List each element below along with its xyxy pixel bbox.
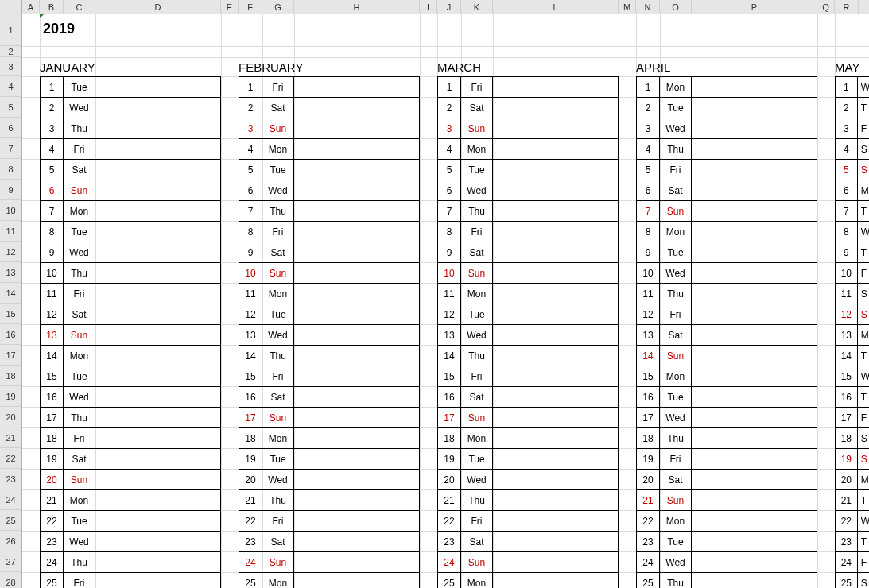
day-row[interactable]: 3Wed (636, 118, 817, 139)
day-note-cell[interactable] (493, 573, 619, 588)
day-note-cell[interactable] (692, 160, 817, 180)
day-number[interactable]: 11 (835, 284, 858, 304)
day-row[interactable]: 15W (835, 366, 869, 387)
day-number[interactable]: 4 (835, 139, 858, 159)
day-of-week[interactable]: T (858, 346, 869, 366)
day-of-week[interactable]: Thu (262, 346, 294, 366)
day-note-cell[interactable] (692, 573, 817, 588)
day-of-week[interactable]: Thu (461, 346, 493, 366)
day-note-cell[interactable] (294, 139, 420, 159)
day-row[interactable]: 16T (835, 387, 869, 408)
day-of-week[interactable]: Wed (461, 325, 493, 345)
day-of-week[interactable]: Thu (660, 284, 692, 304)
day-of-week[interactable]: Fri (64, 428, 95, 448)
day-number[interactable]: 8 (40, 222, 64, 242)
col-header-Q[interactable]: Q (817, 0, 835, 14)
day-of-week[interactable]: S (858, 304, 869, 324)
day-row[interactable]: 25Thu (636, 573, 817, 588)
day-of-week[interactable]: Mon (262, 284, 294, 304)
day-number[interactable]: 21 (636, 490, 660, 510)
day-row[interactable]: 10Sun (239, 263, 420, 284)
day-number[interactable]: 20 (239, 470, 262, 489)
day-note-cell[interactable] (493, 180, 619, 200)
day-number[interactable]: 8 (437, 222, 461, 242)
day-note-cell[interactable] (95, 470, 221, 489)
day-note-cell[interactable] (95, 366, 221, 386)
day-note-cell[interactable] (294, 470, 420, 489)
day-row[interactable]: 6Wed (239, 180, 420, 201)
day-note-cell[interactable] (95, 242, 221, 262)
day-number[interactable]: 10 (40, 263, 64, 283)
day-row[interactable]: 14T (835, 346, 869, 366)
day-row[interactable]: 24F (835, 552, 869, 573)
day-note-cell[interactable] (294, 201, 420, 221)
day-row[interactable]: 5S (835, 160, 869, 180)
row-header-3[interactable]: 3 (0, 57, 21, 76)
day-of-week[interactable]: F (858, 263, 869, 283)
day-of-week[interactable]: Sat (64, 304, 95, 324)
day-row[interactable]: 20Sun (40, 470, 221, 490)
day-note-cell[interactable] (95, 449, 221, 469)
day-row[interactable]: 17Wed (636, 408, 817, 428)
day-row[interactable]: 4Fri (40, 139, 221, 160)
day-number[interactable]: 6 (835, 180, 858, 200)
col-header-G[interactable]: G (262, 0, 294, 14)
day-of-week[interactable]: Thu (262, 201, 294, 221)
grid-area[interactable]: 2019JANUARY1Tue2Wed3Thu4Fri5Sat6Sun7Mon8… (22, 14, 869, 588)
day-number[interactable]: 17 (835, 408, 858, 427)
day-number[interactable]: 12 (835, 304, 858, 324)
day-number[interactable]: 14 (636, 346, 660, 366)
day-note-cell[interactable] (294, 98, 420, 118)
day-number[interactable]: 6 (40, 180, 64, 200)
day-note-cell[interactable] (493, 325, 619, 345)
day-note-cell[interactable] (692, 139, 817, 159)
day-number[interactable]: 9 (40, 242, 64, 262)
day-note-cell[interactable] (692, 552, 817, 572)
day-row[interactable]: 25Fri (40, 573, 221, 588)
day-row[interactable]: 2Sat (437, 98, 619, 118)
day-number[interactable]: 16 (40, 387, 64, 407)
row-header-18[interactable]: 18 (0, 366, 21, 386)
day-row[interactable]: 5Tue (437, 160, 619, 180)
day-note-cell[interactable] (95, 139, 221, 159)
day-row[interactable]: 21Thu (239, 490, 420, 511)
day-of-week[interactable]: Sun (461, 118, 493, 138)
day-row[interactable]: 9T (835, 242, 869, 263)
day-row[interactable]: 13Sat (636, 325, 817, 346)
day-number[interactable]: 19 (239, 449, 262, 469)
day-note-cell[interactable] (493, 387, 619, 407)
day-row[interactable]: 7Sun (636, 201, 817, 222)
day-row[interactable]: 12Sat (40, 304, 221, 325)
day-of-week[interactable]: Sun (660, 346, 692, 366)
day-number[interactable]: 5 (40, 160, 64, 180)
day-row[interactable]: 16Sat (239, 387, 420, 408)
month-name[interactable]: JANUARY (40, 57, 221, 75)
col-header-F[interactable]: F (239, 0, 262, 14)
day-number[interactable]: 4 (40, 139, 64, 159)
day-number[interactable]: 13 (437, 325, 461, 345)
row-header-15[interactable]: 15 (0, 304, 21, 324)
day-note-cell[interactable] (493, 139, 619, 159)
day-number[interactable]: 1 (636, 77, 660, 97)
day-number[interactable]: 18 (636, 428, 660, 448)
day-row[interactable]: 1Mon (636, 77, 817, 98)
row-header-12[interactable]: 12 (0, 242, 21, 262)
day-row[interactable]: 23Sat (239, 532, 420, 552)
col-header-J[interactable]: J (437, 0, 461, 14)
day-of-week[interactable]: Thu (64, 408, 95, 427)
day-row[interactable]: 23T (835, 532, 869, 552)
day-of-week[interactable]: Sun (660, 201, 692, 221)
col-header-H[interactable]: H (294, 0, 420, 14)
day-number[interactable]: 19 (437, 449, 461, 469)
day-note-cell[interactable] (294, 346, 420, 366)
day-number[interactable]: 20 (636, 470, 660, 489)
day-note-cell[interactable] (493, 242, 619, 262)
day-note-cell[interactable] (493, 490, 619, 510)
col-header-E[interactable]: E (221, 0, 239, 14)
day-of-week[interactable]: Fri (64, 139, 95, 159)
day-note-cell[interactable] (692, 511, 817, 531)
day-number[interactable]: 25 (636, 573, 660, 588)
day-number[interactable]: 17 (239, 408, 262, 427)
day-row[interactable]: 19Sat (40, 449, 221, 470)
day-number[interactable]: 22 (40, 511, 64, 531)
